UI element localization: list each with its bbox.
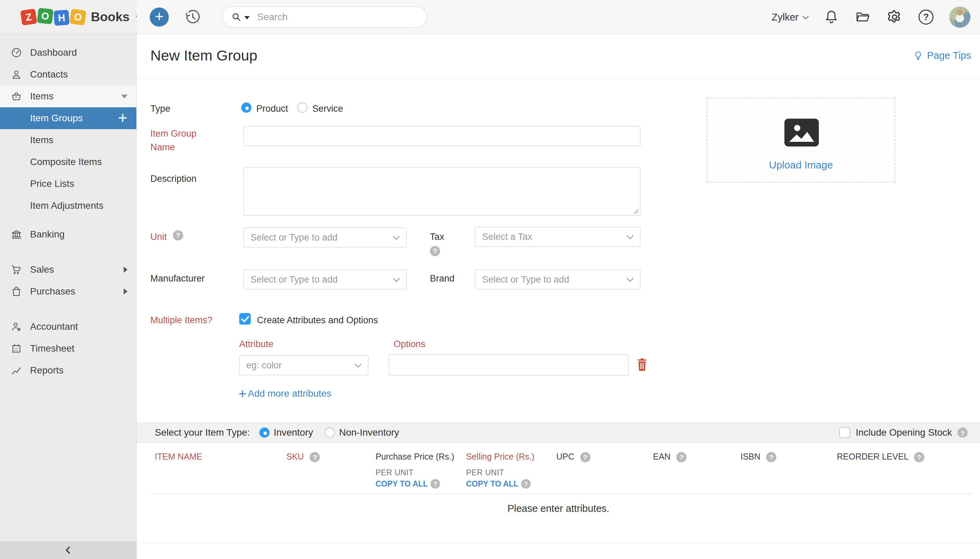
global-search[interactable]: Search — [222, 7, 427, 28]
radio-product-label[interactable]: Product — [256, 104, 288, 114]
sidebar-item-accountant[interactable]: Accountant — [0, 316, 136, 337]
page-tips-link[interactable]: Page Tips — [913, 50, 971, 61]
col-purchase-price: Purchase Price (Rs.) — [375, 452, 454, 461]
plus-icon: + — [238, 389, 246, 399]
item-group-name-input[interactable] — [243, 126, 640, 146]
settings-gear-icon[interactable] — [886, 9, 903, 25]
copy-to-all-help-icon[interactable] — [521, 479, 530, 489]
description-textarea[interactable] — [243, 167, 640, 216]
radio-product[interactable] — [241, 103, 251, 113]
attribute-select[interactable]: eg: color — [239, 356, 369, 375]
delete-attribute-row-button[interactable] — [636, 357, 648, 372]
sidebar-item-label: Item Adjustments — [30, 200, 104, 211]
chevron-down-icon — [802, 13, 808, 19]
recent-history-button[interactable] — [185, 9, 201, 25]
sidebar-item-label: Contacts — [30, 69, 68, 80]
brand-area: Z O H O Books — [0, 0, 137, 34]
attribute-placeholder: eg: color — [246, 360, 282, 371]
unit-help-icon[interactable] — [173, 230, 183, 241]
documents-folder-icon[interactable] — [855, 9, 871, 25]
description-label: Description — [150, 174, 197, 184]
purchases-bag-icon — [10, 285, 23, 298]
radio-non-inventory[interactable] — [325, 427, 335, 438]
sidebar-item-composite-items[interactable]: Composite Items — [0, 151, 136, 173]
options-label: Options — [393, 339, 425, 349]
include-opening-stock-checkbox[interactable] — [839, 427, 850, 438]
search-category-caret-icon[interactable] — [244, 16, 250, 20]
upload-image-dropzone[interactable]: Upload Image — [707, 98, 895, 182]
selling-per-unit: PER UNIT — [466, 468, 504, 477]
col-item-name: ITEM NAME — [155, 452, 202, 461]
sidebar-item-banking[interactable]: Banking — [0, 223, 136, 245]
topbar: Search Zylker — [137, 0, 980, 34]
unit-select[interactable]: Select or Type to add — [243, 228, 407, 247]
chevron-left-icon — [63, 545, 73, 555]
sku-help-icon[interactable] — [309, 452, 320, 462]
user-avatar[interactable] — [949, 7, 970, 28]
sidebar-item-items-sub[interactable]: Items — [0, 129, 136, 151]
sidebar-item-reports[interactable]: Reports — [0, 359, 136, 381]
radio-service[interactable] — [297, 103, 307, 113]
add-item-group-plus-icon[interactable] — [118, 111, 127, 126]
tax-select[interactable]: Select a Tax — [475, 227, 640, 247]
chevron-right-icon — [124, 266, 127, 273]
sidebar-item-purchases[interactable]: Purchases — [0, 281, 136, 303]
purchase-copy-to-all[interactable]: COPY TO ALL — [375, 479, 440, 489]
sidebar-item-label: Item Groups — [30, 113, 83, 124]
upload-image-label[interactable]: Upload Image — [707, 159, 894, 171]
brand-placeholder: Select or Type to add — [482, 275, 569, 285]
dashboard-gauge-icon — [10, 46, 23, 59]
include-opening-stock-label[interactable]: Include Opening Stock — [856, 427, 952, 438]
zoho-books-logo[interactable]: Z O H O Books — [21, 10, 143, 25]
help-icon[interactable] — [919, 10, 934, 25]
reorder-level-help-icon[interactable] — [914, 452, 924, 462]
selling-copy-to-all[interactable]: COPY TO ALL — [466, 479, 530, 489]
attribute-label: Attribute — [239, 339, 274, 349]
quick-create-button[interactable] — [150, 8, 169, 26]
sidebar-item-timesheet[interactable]: Timesheet — [0, 337, 136, 359]
chevron-down-icon — [121, 95, 127, 98]
opening-stock-help-icon[interactable] — [957, 427, 968, 438]
item-group-name-label-line1: Item Group — [150, 129, 197, 139]
radio-inventory[interactable] — [259, 427, 269, 438]
footer-divider — [142, 543, 980, 543]
unit-label: Unit — [150, 232, 167, 242]
sidebar-item-item-adjustments[interactable]: Item Adjustments — [0, 195, 136, 217]
empty-attributes-message: Please enter attributes. — [137, 503, 980, 514]
sidebar-item-dashboard[interactable]: Dashboard — [0, 42, 136, 64]
sidebar-collapse-button[interactable] — [0, 541, 137, 559]
logo-letter-h: H — [54, 10, 70, 26]
radio-inventory-label[interactable]: Inventory — [274, 427, 313, 438]
copy-to-all-help-icon[interactable] — [431, 479, 440, 489]
sidebar-item-items[interactable]: Items — [0, 85, 136, 107]
sidebar-item-sales[interactable]: Sales — [0, 259, 136, 281]
history-icon — [185, 9, 201, 25]
tax-help-icon[interactable] — [430, 246, 440, 256]
search-input[interactable]: Search — [257, 12, 288, 23]
brand-select[interactable]: Select or Type to add — [475, 270, 640, 289]
multiple-items-label: Multiple Items? — [150, 315, 213, 326]
radio-non-inventory-label[interactable]: Non-Inventory — [339, 427, 399, 438]
timesheet-icon — [10, 342, 23, 355]
org-switcher[interactable]: Zylker — [772, 12, 808, 23]
sidebar-item-contacts[interactable]: Contacts — [0, 64, 136, 85]
bank-icon — [10, 228, 23, 241]
ean-help-icon[interactable] — [676, 452, 686, 462]
sidebar-item-label: Reports — [30, 365, 64, 376]
col-isbn: ISBN — [740, 452, 776, 462]
tax-label: Tax — [430, 232, 444, 242]
create-attributes-checkbox[interactable] — [239, 313, 251, 324]
options-input[interactable] — [389, 354, 629, 375]
manufacturer-select[interactable]: Select or Type to add — [243, 270, 407, 289]
logo-letter-o1: O — [37, 8, 53, 24]
create-attributes-label[interactable]: Create Attributes and Options — [257, 315, 378, 326]
radio-service-label[interactable]: Service — [312, 104, 343, 114]
sidebar-item-price-lists[interactable]: Price Lists — [0, 173, 136, 195]
add-more-attributes-link[interactable]: + Add more attributes — [238, 388, 331, 399]
isbn-help-icon[interactable] — [766, 452, 776, 462]
upc-help-icon[interactable] — [580, 452, 590, 462]
image-icon — [781, 116, 822, 149]
notifications-bell-icon[interactable] — [823, 9, 839, 25]
sidebar-item-item-groups[interactable]: Item Groups — [0, 107, 136, 129]
sidebar-item-label: Dashboard — [30, 47, 77, 58]
